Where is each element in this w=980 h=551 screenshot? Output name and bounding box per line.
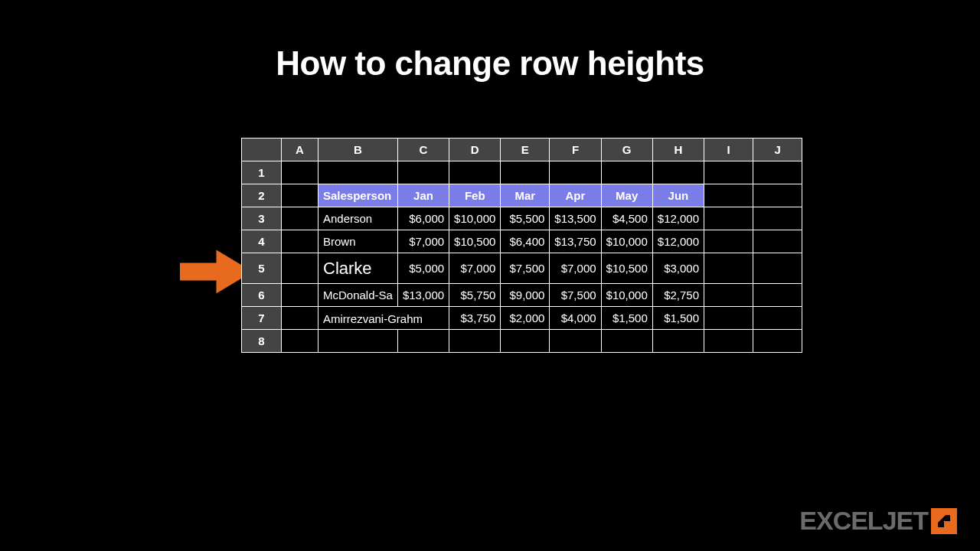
table-row-highlighted[interactable]: 5 Clarke $5,000 $7,000 $7,500 $7,000 $10… [242, 253, 802, 284]
cell[interactable]: $2,750 [652, 284, 704, 307]
cell[interactable]: $13,500 [550, 207, 601, 230]
row-header[interactable]: 8 [242, 330, 282, 353]
cell[interactable]: $5,500 [501, 207, 550, 230]
cell-month-header[interactable]: Feb [449, 184, 501, 207]
cell[interactable] [501, 161, 550, 184]
cell[interactable]: $12,000 [652, 207, 704, 230]
cell-name[interactable]: Brown [318, 230, 398, 253]
cell[interactable] [753, 284, 802, 307]
table-row[interactable]: 2 Salesperson Jan Feb Mar Apr May Jun [242, 184, 802, 207]
cell[interactable] [753, 253, 802, 284]
cell[interactable] [652, 161, 704, 184]
row-header[interactable]: 1 [242, 161, 282, 184]
cell[interactable]: $10,500 [449, 230, 501, 253]
cell[interactable]: $7,500 [550, 284, 601, 307]
cell[interactable] [449, 161, 501, 184]
cell[interactable]: $4,000 [550, 307, 601, 330]
table-row[interactable]: 1 [242, 161, 802, 184]
col-header[interactable]: I [704, 139, 753, 161]
cell-name[interactable]: McDonald-Sa [318, 284, 398, 307]
cell[interactable]: $7,000 [397, 230, 449, 253]
cell-month-header[interactable]: Mar [501, 184, 550, 207]
cell[interactable] [704, 161, 753, 184]
table-row[interactable]: 7 Amirrezvani-Grahm $3,750 $2,000 $4,000… [242, 307, 802, 330]
cell[interactable] [397, 161, 449, 184]
cell[interactable] [501, 330, 550, 353]
cell-month-header[interactable]: Jun [652, 184, 704, 207]
cell[interactable] [704, 330, 753, 353]
cell-salesperson-header[interactable]: Salesperson [318, 184, 398, 207]
cell[interactable]: $13,750 [550, 230, 601, 253]
cell[interactable] [704, 253, 753, 284]
cell[interactable] [282, 184, 318, 207]
cell[interactable] [652, 330, 704, 353]
cell[interactable]: $7,000 [550, 253, 601, 284]
table-row[interactable]: 3 Anderson $6,000 $10,000 $5,500 $13,500… [242, 207, 802, 230]
col-header[interactable]: C [397, 139, 449, 161]
cell[interactable]: $13,000 [397, 284, 449, 307]
cell[interactable]: $2,000 [501, 307, 550, 330]
cell[interactable]: $6,000 [397, 207, 449, 230]
cell[interactable] [282, 307, 318, 330]
cell[interactable]: $1,500 [652, 307, 704, 330]
cell[interactable] [753, 230, 802, 253]
cell[interactable]: $7,000 [449, 253, 501, 284]
cell[interactable]: $10,500 [601, 253, 652, 284]
cell[interactable] [753, 330, 802, 353]
cell[interactable] [704, 307, 753, 330]
col-header[interactable]: A [282, 139, 318, 161]
col-header[interactable]: H [652, 139, 704, 161]
cell[interactable] [449, 330, 501, 353]
cell[interactable] [704, 184, 753, 207]
col-header[interactable]: B [318, 139, 398, 161]
cell[interactable] [753, 184, 802, 207]
row-header[interactable]: 7 [242, 307, 282, 330]
cell[interactable] [282, 161, 318, 184]
cell[interactable] [397, 330, 449, 353]
spreadsheet[interactable]: A B C D E F G H I J 1 2 Salesperson Jan … [241, 138, 802, 353]
cell[interactable] [318, 161, 398, 184]
col-header[interactable]: G [601, 139, 652, 161]
cell-month-header[interactable]: May [601, 184, 652, 207]
cell[interactable] [282, 207, 318, 230]
cell[interactable]: $1,500 [601, 307, 652, 330]
cell[interactable]: $3,000 [652, 253, 704, 284]
cell[interactable]: $9,000 [501, 284, 550, 307]
select-all-corner[interactable] [242, 139, 282, 161]
row-header[interactable]: 6 [242, 284, 282, 307]
cell[interactable] [753, 161, 802, 184]
column-header-row[interactable]: A B C D E F G H I J [242, 139, 802, 161]
cell-month-header[interactable]: Jan [397, 184, 449, 207]
cell[interactable]: $4,500 [601, 207, 652, 230]
cell[interactable]: $5,000 [397, 253, 449, 284]
cell[interactable]: $6,400 [501, 230, 550, 253]
cell[interactable] [318, 330, 398, 353]
cell-name[interactable]: Clarke [318, 253, 398, 284]
cell[interactable]: $7,500 [501, 253, 550, 284]
cell[interactable] [601, 161, 652, 184]
table-row[interactable]: 4 Brown $7,000 $10,500 $6,400 $13,750 $1… [242, 230, 802, 253]
cell[interactable]: $10,000 [601, 230, 652, 253]
cell[interactable] [550, 330, 601, 353]
cell[interactable] [282, 284, 318, 307]
cell[interactable] [704, 207, 753, 230]
cell[interactable]: $12,000 [652, 230, 704, 253]
cell-name-overflow[interactable]: Amirrezvani-Grahm [318, 307, 449, 330]
cell[interactable]: $10,000 [449, 207, 501, 230]
cell[interactable] [550, 161, 601, 184]
cell[interactable] [704, 230, 753, 253]
cell[interactable] [704, 284, 753, 307]
cell[interactable] [282, 330, 318, 353]
col-header[interactable]: E [501, 139, 550, 161]
cell[interactable] [753, 307, 802, 330]
cell[interactable] [282, 253, 318, 284]
col-header[interactable]: D [449, 139, 501, 161]
table-row[interactable]: 6 McDonald-Sa $13,000 $5,750 $9,000 $7,5… [242, 284, 802, 307]
row-header[interactable]: 5 [242, 253, 282, 284]
cell[interactable] [601, 330, 652, 353]
row-header[interactable]: 4 [242, 230, 282, 253]
cell[interactable] [753, 207, 802, 230]
cell[interactable] [282, 230, 318, 253]
cell[interactable]: $5,750 [449, 284, 501, 307]
cell[interactable]: $10,000 [601, 284, 652, 307]
